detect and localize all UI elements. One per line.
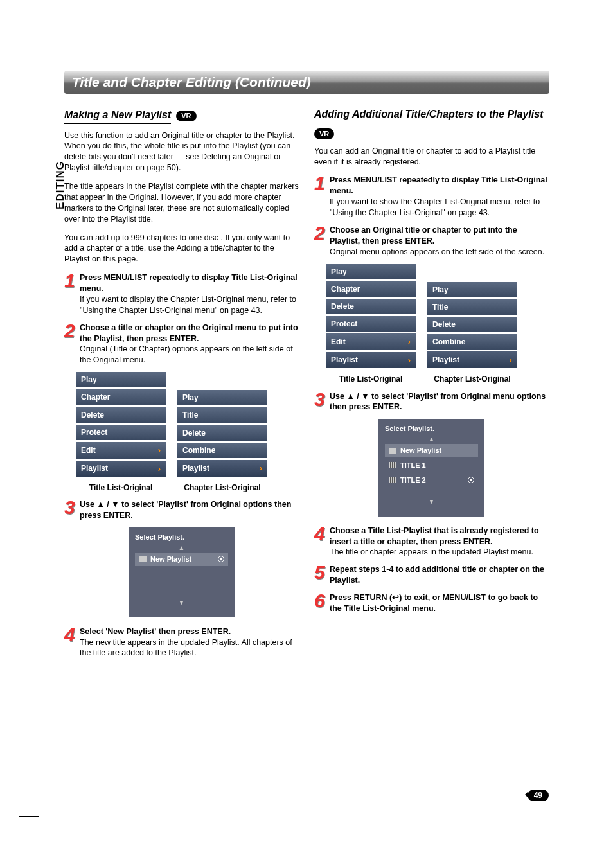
step-number-icon: 1 [314,175,326,218]
chapter-list-original-menu: Play Title Delete Combine Playlist› [177,390,267,479]
menu-item: Delete [326,299,416,314]
select-playlist-panel: Select Playlist. ▲ New Playlist ▼ [129,527,235,617]
menu-item: Title [427,299,517,315]
left-para-2: The title appears in the Playlist comple… [64,181,299,225]
page-number: 49 [528,789,549,801]
right-step-3-bold: Use ▲ / ▼ to select 'Playlist' from Orig… [330,392,546,412]
left-step-1-text: If you want to display the Chapter List-… [80,295,296,315]
caption-title-list: Title List-Original [326,374,416,384]
step-number-icon: 3 [314,391,326,413]
left-step-3: 3 Use ▲ / ▼ to select 'Playlist' from Or… [64,499,299,521]
menu-item: Playlist› [326,352,416,369]
section-title: Title and Chapter Editing (Continued) [72,75,311,89]
crop-mark [19,49,39,49]
right-step-6-bold: Press RETURN (↩) to exit, or MENU/LIST t… [330,593,538,613]
left-step-4: 4 Select 'New Playlist' then press ENTER… [64,626,299,659]
step-number-icon: 4 [314,526,326,558]
right-heading: Adding Additional Title/Chapters to the … [314,108,543,123]
menu-item: Edit› [326,333,416,350]
right-step-1-bold: Press MENU/LIST repeatedly to display Ti… [330,175,547,195]
step-number-icon: 4 [64,626,76,659]
step-number-icon: 5 [314,564,326,586]
right-menu-illustration: Play Chapter Delete Protect Edit› Playli… [326,264,549,371]
arrow-down-icon: ▼ [382,499,481,505]
right-step-4: 4 Choose a Title List-Playlist that is a… [314,526,549,558]
vr-badge: VR [314,128,334,139]
left-heading: Making a New Playlist [64,108,171,124]
right-step-6: 6 Press RETURN (↩) to exit, or MENU/LIST… [314,592,549,614]
left-step-1: 1 Press MENU/LIST repeatedly to display … [64,272,299,316]
right-step-2: 2 Choose an Original title or chapter to… [314,225,549,258]
left-menu-captions: Title List-Original Chapter List-Origina… [76,483,299,493]
menu-item: Playlist› [177,460,267,477]
menu-item: Playlist› [76,461,166,477]
left-step-2-bold: Choose a title or chapter on the Origina… [80,323,298,343]
left-step-4-text: The new title appears in the updated Pla… [80,638,292,658]
right-para-1: You can add an Original title or chapter… [314,146,549,168]
title-list-original-menu: Play Chapter Delete Protect Edit› Playli… [76,372,166,479]
menu-item: Delete [177,425,267,441]
chapter-list-original-menu: Play Title Delete Combine Playlist› [427,282,517,371]
menu-item: Play [427,282,517,297]
select-row: TITLE 2 [385,474,478,487]
left-step-2: 2 Choose a title or chapter on the Origi… [64,323,299,366]
film-icon [389,462,396,468]
caption-chapter-list: Chapter List-Original [427,374,517,384]
right-step-1-text: If you want to show the Chapter List-Ori… [330,197,540,217]
select-row: New Playlist [385,444,478,457]
film-icon [389,477,396,483]
left-column: Making a New Playlist VR Use this functi… [64,108,299,665]
left-step-1-bold: Press MENU/LIST repeatedly to display Ti… [80,273,298,293]
right-step-3: 3 Use ▲ / ▼ to select 'Playlist' from Or… [314,391,549,413]
new-icon [389,448,396,454]
right-step-2-text: Original menu options appears on the lef… [330,247,544,256]
menu-item: Protect [326,316,416,332]
left-step-4-bold: Select 'New Playlist' then press ENTER. [80,627,231,636]
step-number-icon: 2 [314,225,326,258]
menu-item: Delete [76,407,166,423]
menu-item: Play [76,372,166,387]
chevron-right-icon: › [158,463,161,475]
select-playlist-panel: Select Playlist. ▲ New Playlist TITLE 1 … [378,419,484,516]
menu-item: Title [177,407,267,423]
step-number-icon: 6 [314,592,326,614]
right-column: Adding Additional Title/Chapters to the … [314,108,549,665]
menu-item: Play [326,264,416,279]
crop-mark [39,816,39,835]
chevron-right-icon: › [510,354,512,366]
menu-item: Edit› [76,442,166,459]
step-number-icon: 2 [64,323,76,366]
new-icon [139,556,147,562]
vr-badge: VR [176,111,196,121]
chevron-right-icon: › [260,463,262,474]
right-menu-captions: Title List-Original Chapter List-Origina… [326,374,549,384]
menu-item: Protect [76,425,166,440]
select-playlist-title: Select Playlist. [132,533,231,542]
chevron-right-icon: › [158,445,161,456]
right-step-4-bold: Choose a Title List-Playlist that is alr… [330,526,539,546]
left-step-3-bold: Use ▲ / ▼ to select 'Playlist' from Orig… [80,500,291,520]
select-row: New Playlist [135,553,228,566]
radio-selected-icon [218,556,224,562]
section-title-bar: Title and Chapter Editing (Continued) [64,71,549,94]
select-playlist-title: Select Playlist. [382,424,481,434]
menu-item: Chapter [76,389,166,405]
right-step-5: 5 Repeat steps 1-4 to add additional tit… [314,564,549,586]
right-step-5-bold: Repeat steps 1-4 to add additional title… [330,565,544,585]
chevron-right-icon: › [408,336,411,348]
right-step-4-text: The title or chapter appears in the upda… [330,547,533,556]
right-step-1: 1 Press MENU/LIST repeatedly to display … [314,175,549,218]
left-para-3: You can add up to 999 chapters to one di… [64,233,299,265]
right-step-2-bold: Choose an Original title or chapter to p… [330,226,517,245]
left-step-2-text: Original (Title or Chapter) options appe… [80,344,293,364]
select-row: TITLE 1 [385,459,478,472]
menu-item: Play [177,390,267,405]
step-number-icon: 1 [64,272,76,316]
arrow-up-icon: ▲ [132,545,231,551]
menu-item: Combine [177,443,267,458]
crop-mark [39,30,39,49]
menu-item: Combine [427,334,517,350]
left-menu-illustration: Play Chapter Delete Protect Edit› Playli… [76,372,299,479]
crop-mark [19,816,39,817]
step-number-icon: 3 [64,499,76,521]
